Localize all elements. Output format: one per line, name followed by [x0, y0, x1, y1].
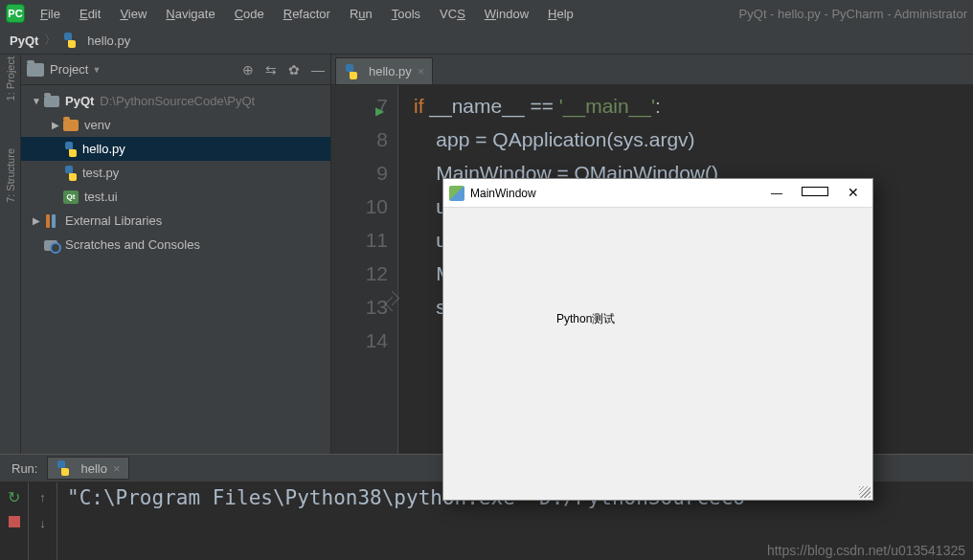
rerun-button[interactable]: ↻	[6, 488, 23, 505]
tree-root-name: PyQt	[65, 94, 94, 108]
editor-tab-label: hello.py	[369, 64, 412, 78]
maximize-button[interactable]	[802, 186, 828, 200]
tree-root-path: D:\PythonSourceCode\PyQt	[100, 94, 255, 108]
left-tool-rail: 1: Project 7: Structure	[0, 55, 21, 454]
pycharm-logo-icon: PC	[6, 4, 25, 23]
project-folder-icon	[27, 63, 44, 77]
hide-panel-icon[interactable]: —	[311, 62, 325, 78]
breadcrumb-file[interactable]: hello.py	[87, 34, 130, 48]
qt-ui-icon: Qt	[63, 190, 79, 204]
locate-icon[interactable]: ⊕	[242, 62, 254, 78]
app-titlebar[interactable]: MainWindow — ✕	[443, 179, 872, 208]
menu-refactor[interactable]: Refactor	[276, 5, 338, 23]
folder-icon	[63, 120, 79, 131]
tree-label: test.ui	[84, 190, 118, 204]
app-body: Python测试	[443, 208, 872, 327]
menu-run[interactable]: Run	[342, 5, 380, 23]
resize-grip-icon[interactable]	[859, 486, 871, 498]
run-label: Run:	[11, 461, 37, 476]
run-tab-label: hello	[80, 461, 106, 476]
minimize-button[interactable]: —	[763, 186, 790, 200]
editor-tabs: hello.py ×	[331, 55, 973, 85]
close-run-tab-icon[interactable]: ×	[113, 461, 121, 476]
tree-label: External Libraries	[65, 213, 162, 228]
project-panel: Project ▼ ⊕ ⇆ ✿ — ▼ PyQt D:\PythonSource…	[21, 55, 331, 454]
window-title: PyQt - hello.py - PyCharm - Administrato…	[739, 7, 967, 21]
python-file-icon	[63, 166, 79, 181]
tree-label: venv	[84, 118, 110, 132]
up-arrow-icon[interactable]: ↑	[39, 490, 46, 504]
expand-icon[interactable]: ⇆	[265, 62, 277, 78]
chevron-right-icon[interactable]: ▶	[29, 215, 44, 226]
project-panel-header: Project ▼ ⊕ ⇆ ✿ —	[21, 55, 330, 85]
menu-file[interactable]: File	[33, 5, 68, 23]
tree-external-libs[interactable]: ▶ External Libraries	[21, 209, 330, 233]
menu-edit[interactable]: Edit	[72, 5, 108, 23]
app-title: MainWindow	[470, 187, 536, 200]
run-tab[interactable]: hello ×	[47, 457, 128, 480]
libraries-icon	[44, 214, 59, 228]
editor-tab-hello[interactable]: hello.py ×	[335, 57, 433, 84]
python-file-icon	[344, 64, 359, 79]
close-tab-icon[interactable]: ×	[418, 64, 425, 78]
output-nav: ↑ ↓	[29, 482, 57, 560]
chevron-right-icon: 〉	[44, 32, 57, 49]
module-folder-icon	[44, 96, 59, 107]
tree-item-venv[interactable]: ▶ venv	[21, 113, 330, 137]
menu-help[interactable]: Help	[540, 5, 581, 23]
chevron-right-icon[interactable]: ▶	[48, 120, 63, 130]
scratches-icon	[44, 238, 59, 252]
stop-button[interactable]	[6, 513, 23, 530]
watermark: https://blog.csdn.net/u013541325	[767, 543, 965, 558]
menu-vcs[interactable]: VCS	[432, 5, 473, 23]
menu-tools[interactable]: Tools	[384, 5, 428, 23]
project-panel-title[interactable]: Project	[50, 62, 88, 77]
run-gutter-icon[interactable]: ▶	[375, 95, 384, 128]
fold-region-icon[interactable]	[387, 290, 398, 313]
python-file-icon	[62, 33, 78, 48]
python-file-icon	[56, 460, 71, 476]
breadcrumb-root[interactable]: PyQt	[10, 34, 38, 48]
menu-navigate[interactable]: Navigate	[158, 5, 222, 23]
menu-code[interactable]: Code	[227, 5, 272, 23]
project-tree: ▼ PyQt D:\PythonSourceCode\PyQt ▶ venv h…	[21, 85, 330, 454]
close-button[interactable]: ✕	[840, 185, 867, 201]
tree-label: Scratches and Consoles	[65, 237, 200, 252]
dropdown-icon[interactable]: ▼	[92, 65, 101, 75]
tree-item-test-py[interactable]: test.py	[21, 161, 330, 185]
app-window[interactable]: MainWindow — ✕ Python测试	[442, 178, 873, 501]
tree-label: hello.py	[82, 142, 125, 156]
app-icon	[449, 186, 464, 201]
menu-window[interactable]: Window	[477, 5, 536, 23]
gutter[interactable]: ▶ 7891011121314	[331, 85, 398, 454]
python-file-icon	[63, 142, 79, 157]
down-arrow-icon[interactable]: ↓	[39, 516, 46, 530]
menu-view[interactable]: View	[112, 5, 154, 23]
menu-bar: PC File Edit View Navigate Code Refactor…	[0, 0, 973, 27]
run-toolbar: ↻	[0, 482, 29, 560]
tree-item-test-ui[interactable]: Qt test.ui	[21, 185, 330, 209]
tree-root[interactable]: ▼ PyQt D:\PythonSourceCode\PyQt	[21, 89, 330, 113]
tree-label: test.py	[82, 166, 119, 180]
chevron-down-icon[interactable]: ▼	[29, 96, 44, 106]
tree-scratches[interactable]: Scratches and Consoles	[21, 233, 330, 257]
tree-item-hello[interactable]: hello.py	[21, 137, 330, 161]
breadcrumb: PyQt 〉 hello.py	[0, 27, 973, 54]
gear-icon[interactable]: ✿	[288, 62, 300, 78]
app-label: Python测试	[556, 311, 615, 327]
rail-structure[interactable]: 7: Structure	[5, 148, 16, 203]
rail-project[interactable]: 1: Project	[5, 56, 16, 101]
